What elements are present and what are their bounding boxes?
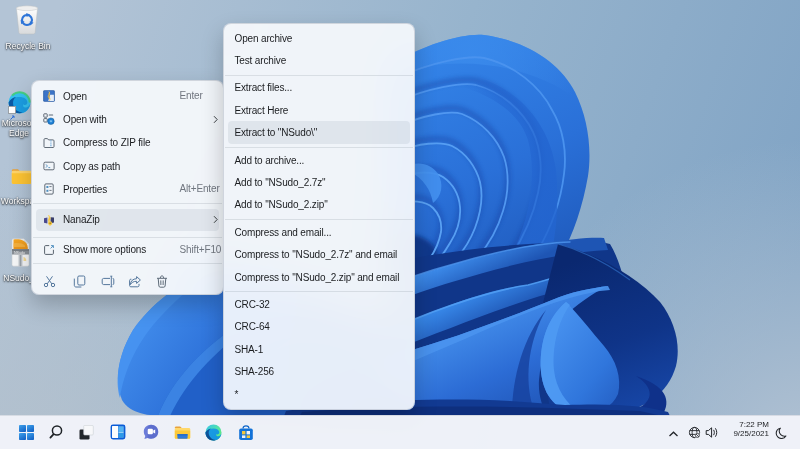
svg-text:NSudo: NSudo <box>14 251 25 255</box>
